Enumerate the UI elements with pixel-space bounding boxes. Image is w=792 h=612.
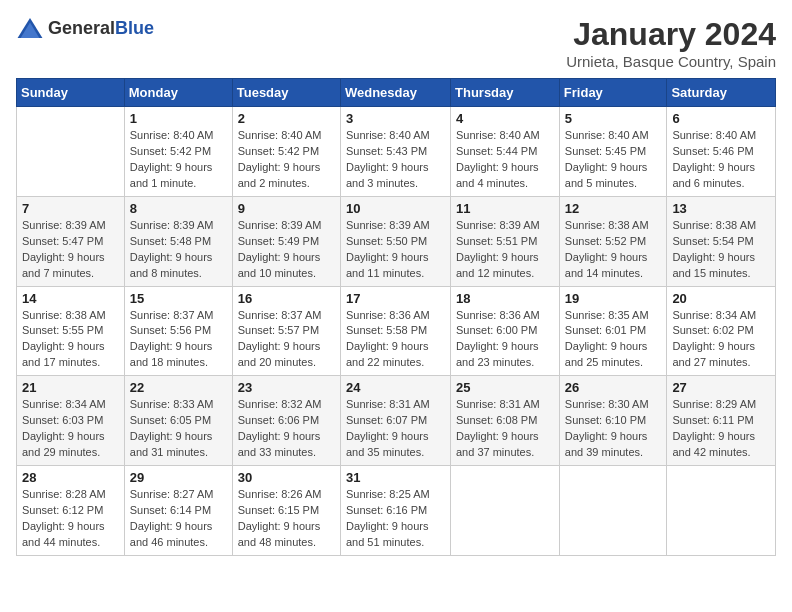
day-number: 31 xyxy=(346,470,445,485)
calendar-cell: 24Sunrise: 8:31 AMSunset: 6:07 PMDayligh… xyxy=(340,376,450,466)
day-of-week-header: Saturday xyxy=(667,79,776,107)
day-of-week-header: Friday xyxy=(559,79,667,107)
calendar-week-row: 1Sunrise: 8:40 AMSunset: 5:42 PMDaylight… xyxy=(17,107,776,197)
calendar-cell: 26Sunrise: 8:30 AMSunset: 6:10 PMDayligh… xyxy=(559,376,667,466)
day-number: 22 xyxy=(130,380,227,395)
calendar-cell: 13Sunrise: 8:38 AMSunset: 5:54 PMDayligh… xyxy=(667,196,776,286)
day-number: 26 xyxy=(565,380,662,395)
day-of-week-header: Thursday xyxy=(451,79,560,107)
calendar-week-row: 7Sunrise: 8:39 AMSunset: 5:47 PMDaylight… xyxy=(17,196,776,286)
day-info: Sunrise: 8:38 AMSunset: 5:55 PMDaylight:… xyxy=(22,308,119,372)
day-number: 9 xyxy=(238,201,335,216)
day-number: 27 xyxy=(672,380,770,395)
calendar-cell: 1Sunrise: 8:40 AMSunset: 5:42 PMDaylight… xyxy=(124,107,232,197)
day-number: 16 xyxy=(238,291,335,306)
day-info: Sunrise: 8:25 AMSunset: 6:16 PMDaylight:… xyxy=(346,487,445,551)
day-info: Sunrise: 8:33 AMSunset: 6:05 PMDaylight:… xyxy=(130,397,227,461)
day-info: Sunrise: 8:26 AMSunset: 6:15 PMDaylight:… xyxy=(238,487,335,551)
calendar-cell: 5Sunrise: 8:40 AMSunset: 5:45 PMDaylight… xyxy=(559,107,667,197)
day-info: Sunrise: 8:29 AMSunset: 6:11 PMDaylight:… xyxy=(672,397,770,461)
day-number: 28 xyxy=(22,470,119,485)
day-info: Sunrise: 8:31 AMSunset: 6:08 PMDaylight:… xyxy=(456,397,554,461)
day-info: Sunrise: 8:39 AMSunset: 5:51 PMDaylight:… xyxy=(456,218,554,282)
day-number: 25 xyxy=(456,380,554,395)
calendar-cell: 28Sunrise: 8:28 AMSunset: 6:12 PMDayligh… xyxy=(17,466,125,556)
day-of-week-header: Sunday xyxy=(17,79,125,107)
day-info: Sunrise: 8:39 AMSunset: 5:49 PMDaylight:… xyxy=(238,218,335,282)
day-number: 5 xyxy=(565,111,662,126)
day-info: Sunrise: 8:28 AMSunset: 6:12 PMDaylight:… xyxy=(22,487,119,551)
day-of-week-header: Tuesday xyxy=(232,79,340,107)
calendar-cell xyxy=(17,107,125,197)
header: GeneralBlue January 2024 Urnieta, Basque… xyxy=(16,16,776,70)
day-info: Sunrise: 8:40 AMSunset: 5:44 PMDaylight:… xyxy=(456,128,554,192)
calendar-cell: 11Sunrise: 8:39 AMSunset: 5:51 PMDayligh… xyxy=(451,196,560,286)
day-number: 18 xyxy=(456,291,554,306)
day-info: Sunrise: 8:39 AMSunset: 5:48 PMDaylight:… xyxy=(130,218,227,282)
calendar-cell: 16Sunrise: 8:37 AMSunset: 5:57 PMDayligh… xyxy=(232,286,340,376)
calendar-cell: 30Sunrise: 8:26 AMSunset: 6:15 PMDayligh… xyxy=(232,466,340,556)
calendar-cell: 7Sunrise: 8:39 AMSunset: 5:47 PMDaylight… xyxy=(17,196,125,286)
day-number: 2 xyxy=(238,111,335,126)
day-number: 23 xyxy=(238,380,335,395)
day-info: Sunrise: 8:39 AMSunset: 5:50 PMDaylight:… xyxy=(346,218,445,282)
day-info: Sunrise: 8:39 AMSunset: 5:47 PMDaylight:… xyxy=(22,218,119,282)
calendar-cell: 25Sunrise: 8:31 AMSunset: 6:08 PMDayligh… xyxy=(451,376,560,466)
day-info: Sunrise: 8:31 AMSunset: 6:07 PMDaylight:… xyxy=(346,397,445,461)
day-info: Sunrise: 8:36 AMSunset: 6:00 PMDaylight:… xyxy=(456,308,554,372)
calendar-cell: 2Sunrise: 8:40 AMSunset: 5:42 PMDaylight… xyxy=(232,107,340,197)
day-number: 11 xyxy=(456,201,554,216)
day-number: 8 xyxy=(130,201,227,216)
calendar-cell: 18Sunrise: 8:36 AMSunset: 6:00 PMDayligh… xyxy=(451,286,560,376)
calendar-cell: 21Sunrise: 8:34 AMSunset: 6:03 PMDayligh… xyxy=(17,376,125,466)
calendar-cell: 29Sunrise: 8:27 AMSunset: 6:14 PMDayligh… xyxy=(124,466,232,556)
calendar-cell: 9Sunrise: 8:39 AMSunset: 5:49 PMDaylight… xyxy=(232,196,340,286)
day-info: Sunrise: 8:27 AMSunset: 6:14 PMDaylight:… xyxy=(130,487,227,551)
day-number: 17 xyxy=(346,291,445,306)
day-info: Sunrise: 8:40 AMSunset: 5:42 PMDaylight:… xyxy=(238,128,335,192)
day-number: 4 xyxy=(456,111,554,126)
day-number: 13 xyxy=(672,201,770,216)
day-of-week-header: Monday xyxy=(124,79,232,107)
day-info: Sunrise: 8:38 AMSunset: 5:52 PMDaylight:… xyxy=(565,218,662,282)
day-number: 19 xyxy=(565,291,662,306)
day-number: 24 xyxy=(346,380,445,395)
day-info: Sunrise: 8:40 AMSunset: 5:45 PMDaylight:… xyxy=(565,128,662,192)
calendar-cell: 20Sunrise: 8:34 AMSunset: 6:02 PMDayligh… xyxy=(667,286,776,376)
day-number: 14 xyxy=(22,291,119,306)
calendar-cell: 4Sunrise: 8:40 AMSunset: 5:44 PMDaylight… xyxy=(451,107,560,197)
day-info: Sunrise: 8:34 AMSunset: 6:03 PMDaylight:… xyxy=(22,397,119,461)
subtitle: Urnieta, Basque Country, Spain xyxy=(566,53,776,70)
day-info: Sunrise: 8:32 AMSunset: 6:06 PMDaylight:… xyxy=(238,397,335,461)
day-info: Sunrise: 8:40 AMSunset: 5:46 PMDaylight:… xyxy=(672,128,770,192)
day-info: Sunrise: 8:40 AMSunset: 5:43 PMDaylight:… xyxy=(346,128,445,192)
calendar-cell: 17Sunrise: 8:36 AMSunset: 5:58 PMDayligh… xyxy=(340,286,450,376)
day-number: 15 xyxy=(130,291,227,306)
day-info: Sunrise: 8:40 AMSunset: 5:42 PMDaylight:… xyxy=(130,128,227,192)
calendar-cell: 27Sunrise: 8:29 AMSunset: 6:11 PMDayligh… xyxy=(667,376,776,466)
day-number: 20 xyxy=(672,291,770,306)
calendar-week-row: 28Sunrise: 8:28 AMSunset: 6:12 PMDayligh… xyxy=(17,466,776,556)
day-info: Sunrise: 8:37 AMSunset: 5:57 PMDaylight:… xyxy=(238,308,335,372)
day-number: 21 xyxy=(22,380,119,395)
calendar-week-row: 21Sunrise: 8:34 AMSunset: 6:03 PMDayligh… xyxy=(17,376,776,466)
day-number: 30 xyxy=(238,470,335,485)
calendar-cell xyxy=(451,466,560,556)
calendar-cell: 22Sunrise: 8:33 AMSunset: 6:05 PMDayligh… xyxy=(124,376,232,466)
day-number: 1 xyxy=(130,111,227,126)
logo-icon xyxy=(16,16,44,40)
day-info: Sunrise: 8:38 AMSunset: 5:54 PMDaylight:… xyxy=(672,218,770,282)
calendar-cell: 14Sunrise: 8:38 AMSunset: 5:55 PMDayligh… xyxy=(17,286,125,376)
calendar-cell: 31Sunrise: 8:25 AMSunset: 6:16 PMDayligh… xyxy=(340,466,450,556)
day-number: 6 xyxy=(672,111,770,126)
calendar-cell: 23Sunrise: 8:32 AMSunset: 6:06 PMDayligh… xyxy=(232,376,340,466)
title-area: January 2024 Urnieta, Basque Country, Sp… xyxy=(566,16,776,70)
calendar-cell: 12Sunrise: 8:38 AMSunset: 5:52 PMDayligh… xyxy=(559,196,667,286)
calendar-cell xyxy=(559,466,667,556)
logo-text-blue: Blue xyxy=(115,18,154,38)
day-info: Sunrise: 8:34 AMSunset: 6:02 PMDaylight:… xyxy=(672,308,770,372)
calendar-week-row: 14Sunrise: 8:38 AMSunset: 5:55 PMDayligh… xyxy=(17,286,776,376)
calendar-cell: 3Sunrise: 8:40 AMSunset: 5:43 PMDaylight… xyxy=(340,107,450,197)
day-number: 12 xyxy=(565,201,662,216)
day-number: 10 xyxy=(346,201,445,216)
